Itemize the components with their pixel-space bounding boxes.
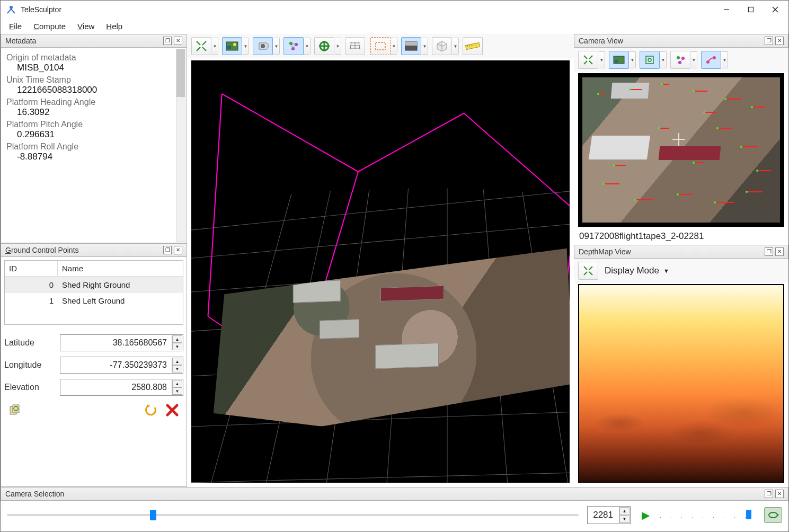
- show-imagery-button[interactable]: ▼: [222, 37, 242, 55]
- window-maximize-button[interactable]: [739, 2, 763, 17]
- menu-view[interactable]: View: [77, 22, 94, 31]
- frame-slider[interactable]: [7, 514, 579, 516]
- meta-origin-label: Origin of metadata: [6, 53, 181, 63]
- meta-roll-label: Platform Roll Angle: [6, 142, 181, 152]
- svg-line-56: [208, 94, 222, 316]
- spin-down-icon[interactable]: ▼: [172, 343, 182, 350]
- dropdown-icon[interactable]: ▼: [453, 38, 459, 55]
- show-grid-button[interactable]: [345, 37, 365, 55]
- window-minimize-button[interactable]: [714, 2, 739, 17]
- gcp-panel-header[interactable]: Ground Control Points ❐ ✕: [1, 243, 187, 257]
- depth-reset-view-button[interactable]: [578, 262, 598, 280]
- dropdown-icon[interactable]: ▼: [630, 51, 636, 68]
- menu-help[interactable]: Help: [106, 22, 122, 31]
- show-roi-button[interactable]: ▼: [370, 37, 391, 55]
- metadata-scrollbar[interactable]: [176, 49, 185, 242]
- copy-location-button[interactable]: [7, 402, 23, 418]
- camera-selection-close-button[interactable]: ✕: [775, 490, 784, 498]
- camera-viewport[interactable]: [578, 73, 784, 227]
- dropdown-icon[interactable]: ▼: [422, 38, 428, 55]
- camera-view-panel-header[interactable]: Camera View ❐ ✕: [574, 34, 788, 48]
- metadata-undock-button[interactable]: ❐: [163, 37, 172, 45]
- gcp-row[interactable]: 1 Shed Left Ground: [5, 292, 183, 308]
- spin-down-icon[interactable]: ▼: [619, 515, 630, 523]
- dropdown-icon[interactable]: ▼: [391, 38, 397, 55]
- meta-origin-value: MISB_0104: [6, 63, 181, 73]
- metadata-close-button[interactable]: ✕: [174, 37, 182, 45]
- svg-rect-62: [615, 60, 618, 63]
- camera-selection-header[interactable]: Camera Selection ❐ ✕: [1, 487, 788, 501]
- spin-up-icon[interactable]: ▲: [172, 358, 182, 365]
- dropdown-icon[interactable]: ▼: [660, 51, 667, 68]
- menu-file[interactable]: File: [9, 22, 22, 31]
- spin-down-icon[interactable]: ▼: [172, 365, 182, 373]
- show-landmarks-button[interactable]: ▼: [283, 37, 304, 55]
- svg-line-69: [680, 58, 683, 63]
- show-depthmap-button[interactable]: ▼: [401, 37, 421, 55]
- display-mode-dropdown[interactable]: Display Mode▼: [605, 265, 669, 276]
- meta-pitch-value: 0.296631: [6, 129, 181, 140]
- metadata-panel-header[interactable]: Metadata ❐ ✕: [1, 34, 187, 48]
- svg-line-53: [222, 94, 358, 172]
- gcp-col-name[interactable]: Name: [58, 261, 183, 277]
- latitude-input[interactable]: 38.165680567 ▲▼: [60, 334, 183, 351]
- cam-show-landmarks-button[interactable]: ▼: [670, 51, 690, 69]
- svg-line-55: [464, 113, 570, 211]
- cam-show-tracks-button[interactable]: ▼: [640, 51, 660, 69]
- dropdown-icon[interactable]: ▼: [722, 51, 728, 68]
- gcp-row[interactable]: 0 Shed Right Ground: [5, 277, 183, 292]
- window-close-button[interactable]: [763, 2, 787, 17]
- svg-point-13: [233, 43, 236, 46]
- cam-show-residuals-button[interactable]: ▼: [701, 51, 721, 69]
- longitude-input[interactable]: -77.350239373 ▲▼: [60, 357, 183, 374]
- reset-view-button[interactable]: ▼: [191, 37, 211, 55]
- svg-rect-32: [405, 42, 417, 46]
- delete-button[interactable]: [164, 402, 180, 418]
- spin-up-icon[interactable]: ▲: [172, 335, 182, 343]
- cam-reset-view-button[interactable]: ▼: [578, 51, 598, 69]
- menu-compute[interactable]: Compute: [33, 22, 66, 31]
- camera-selection-undock-button[interactable]: ❐: [765, 490, 773, 498]
- show-ground-button[interactable]: ▼: [314, 37, 334, 55]
- dropdown-icon[interactable]: ▼: [599, 51, 605, 68]
- spin-up-icon[interactable]: ▲: [619, 507, 630, 515]
- camera-view-undock-button[interactable]: ❐: [765, 37, 773, 45]
- play-button[interactable]: ▶: [639, 509, 652, 521]
- measure-button[interactable]: [463, 37, 483, 55]
- meta-pitch-label: Platform Pitch Angle: [6, 120, 181, 129]
- frame-number-input[interactable]: 2281 ▲▼: [587, 506, 631, 524]
- camera-view-close-button[interactable]: ✕: [775, 37, 784, 45]
- revert-button[interactable]: [143, 402, 159, 418]
- svg-line-19: [293, 45, 296, 49]
- meta-unix-value: 1221665088318000: [6, 85, 181, 95]
- svg-marker-75: [777, 513, 779, 517]
- world-viewport[interactable]: [191, 60, 570, 483]
- depth-undock-button[interactable]: ❐: [765, 247, 773, 256]
- dropdown-icon[interactable]: ▼: [212, 38, 218, 55]
- titlebar: TeleSculptor: [1, 1, 788, 19]
- gcp-col-id[interactable]: ID: [5, 261, 58, 277]
- camera-frame-name: 09172008flight1tape3_2-02281: [574, 228, 788, 245]
- show-volume-button[interactable]: ▼: [432, 37, 452, 55]
- gcp-undock-button[interactable]: ❐: [163, 246, 172, 254]
- svg-point-74: [769, 512, 777, 518]
- cam-show-image-button[interactable]: ▼: [609, 51, 629, 69]
- meta-heading-label: Platform Heading Angle: [6, 97, 181, 107]
- dropdown-icon[interactable]: ▼: [304, 38, 311, 55]
- depth-panel-header[interactable]: DepthMap View ❐ ✕: [574, 245, 788, 259]
- dropdown-icon[interactable]: ▼: [335, 38, 341, 55]
- gcp-table[interactable]: ID Name 0 Shed Right Ground 1 Shed Left …: [4, 260, 183, 325]
- dropdown-icon[interactable]: ▼: [273, 38, 280, 55]
- depth-close-button[interactable]: ✕: [775, 247, 784, 256]
- spin-down-icon[interactable]: ▼: [172, 387, 182, 395]
- dropdown-icon[interactable]: ▼: [243, 38, 249, 55]
- gcp-close-button[interactable]: ✕: [174, 246, 182, 254]
- loop-button[interactable]: [764, 507, 782, 523]
- show-cameras-button[interactable]: ▼: [253, 37, 273, 55]
- spin-up-icon[interactable]: ▲: [172, 380, 182, 387]
- elevation-input[interactable]: 2580.808 ▲▼: [60, 379, 183, 396]
- speed-slider[interactable]: [660, 509, 756, 521]
- depth-viewport[interactable]: [578, 284, 784, 483]
- dropdown-icon[interactable]: ▼: [691, 51, 697, 68]
- svg-line-40: [191, 222, 570, 261]
